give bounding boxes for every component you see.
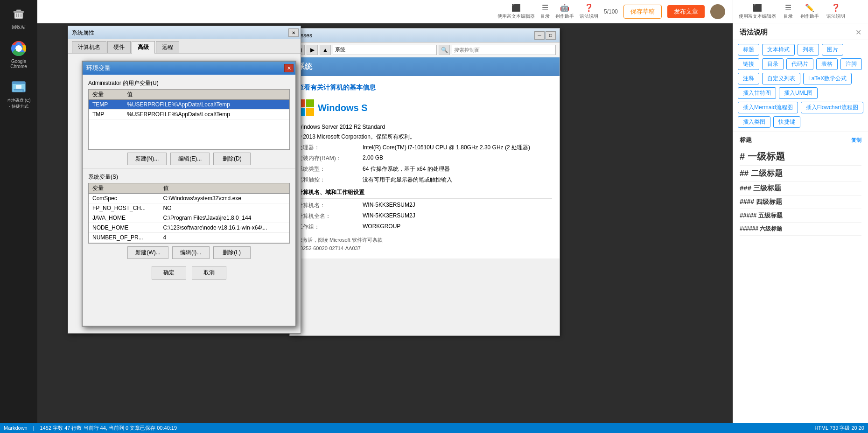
sidebar-item-recycle[interactable]: 回收站 (2, 2, 35, 33)
status-language: Markdown (4, 425, 28, 431)
grammar-tag-15[interactable]: 插入Flowchart流程图 (801, 102, 863, 113)
grammar-tag-12[interactable]: 插入甘特图 (738, 87, 776, 99)
grammar-tag-1[interactable]: 文本样式 (762, 44, 795, 56)
sys-edit-button[interactable]: 编辑(I)... (172, 246, 210, 259)
tab-advanced[interactable]: 高级 (132, 41, 155, 54)
user-var-cell: TMP (89, 110, 123, 119)
grammar-tag-4[interactable]: 链接 (738, 58, 759, 70)
user-avatar[interactable] (710, 4, 725, 19)
full-name-row: 计算机全名： WIN-5KK3ERSUM2J (297, 212, 552, 220)
grammar-tag-7[interactable]: 表格 (816, 58, 838, 70)
system-window: classes ─ □ ◀ ▶ ▲ 🔍 系统 查看有关计算机的基本信息 Wind… (289, 28, 560, 336)
table-row[interactable]: ComSpec C:\Windows\system32\cmd.exe (89, 194, 289, 203)
control-search-input[interactable] (452, 45, 556, 55)
nav-up-button[interactable]: ▲ (320, 45, 331, 55)
grammar-tag-14[interactable]: 插入Mermaid流程图 (738, 102, 798, 113)
ai-toolbar-icon: ✏️ (805, 3, 814, 12)
footer-divider (83, 262, 295, 262)
sidebar-item-drive[interactable]: 本地磁盘 (C) - 快捷方式 (2, 76, 35, 112)
grammar-tag-0[interactable]: 标题 (738, 44, 759, 56)
toolbar-toc[interactable]: ☰ 目录 (784, 3, 793, 20)
tab-hardware[interactable]: 硬件 (107, 41, 131, 53)
workgroup-title: 计算机名、域和工作组设置 (297, 189, 552, 199)
toolbar-item-grammar[interactable]: ❓ 语法说明 (580, 3, 598, 20)
right-panel-close-button[interactable]: ✕ (855, 28, 861, 37)
grammar-tag-8[interactable]: 注脚 (840, 58, 862, 70)
table-row[interactable]: NUMBER_OF_PR... 4 (89, 233, 289, 243)
grammar-tag-17[interactable]: 快捷键 (773, 116, 800, 128)
user-val-cell: %USERPROFILE%\AppData\Local\Temp (123, 100, 289, 110)
user-delete-button[interactable]: 删除(D) (213, 153, 251, 165)
user-new-button[interactable]: 新建(N)... (127, 153, 167, 165)
grammar-tag-10[interactable]: 自定义列表 (762, 73, 800, 84)
heading-item-4[interactable]: ##### 五级标题 (740, 209, 861, 223)
maximize-button[interactable]: □ (546, 31, 556, 40)
grammar-tag-3[interactable]: 图片 (822, 44, 843, 56)
toolbar-ai[interactable]: ✏️ 创作助手 (800, 3, 819, 20)
toolbar-item-toc[interactable]: ☰ 目录 (540, 3, 550, 20)
system-content: 查看有关计算机的基本信息 Windows S Windows Server 20… (290, 76, 560, 258)
sys-var-cell: FP_NO_HOST_CH... (89, 203, 160, 213)
tab-remote[interactable]: 远程 (156, 41, 179, 53)
publish-button[interactable]: 发布文章 (667, 5, 705, 18)
full-name-label: 计算机全名： (297, 212, 363, 220)
grammar-tag-16[interactable]: 插入类图 (738, 116, 770, 128)
workgroup-value: WORKGROUP (363, 223, 400, 231)
grammar-label: 语法说明 (580, 13, 598, 20)
table-row[interactable]: TEMP %USERPROFILE%\AppData\Local\Temp (89, 100, 289, 110)
toolbar-grammar[interactable]: ❓ 语法说明 (826, 3, 845, 20)
user-edit-button[interactable]: 编辑(E)... (170, 153, 210, 165)
minimize-button[interactable]: ─ (534, 31, 545, 40)
sys-new-button[interactable]: 新建(W)... (127, 246, 168, 259)
grammar-tag-11[interactable]: LaTeX数学公式 (803, 73, 852, 84)
table-row[interactable]: TMP %USERPROFILE%\AppData\Local\Temp (89, 110, 289, 119)
headings-section-title: 标题 复制 (740, 136, 861, 144)
grammar-tag-2[interactable]: 列表 (798, 44, 819, 56)
headings-list: # 一级标题## 二级标题### 三级标题#### 四级标题##### 五级标题… (740, 148, 861, 236)
svg-rect-2 (16, 10, 21, 11)
table-row[interactable]: NODE_HOME C:\123\software\node-v18.16.1-… (89, 223, 289, 233)
ai-icon: 🤖 (560, 3, 569, 12)
copy-button[interactable]: 复制 (851, 137, 861, 144)
envvar-close-button[interactable]: ✕ (284, 64, 294, 72)
user-vars-table-container[interactable]: 变量 值 TEMP %USERPROFILE%\AppData\Local\Te… (88, 89, 290, 150)
grammar-tag-5[interactable]: 目录 (762, 58, 784, 70)
search-button[interactable]: 🔍 (439, 45, 450, 55)
toolbar-item-rich-editor[interactable]: ⬛ 使用富文本编辑器 (497, 3, 535, 20)
envvar-cancel-button[interactable]: 取消 (192, 266, 226, 279)
table-row[interactable]: JAVA_HOME C:\Program Files\Java\jre1.8.0… (89, 213, 289, 223)
system-window-titlebar: classes ─ □ (290, 28, 560, 42)
grammar-tag-9[interactable]: 注释 (738, 73, 759, 84)
envvar-ok-button[interactable]: 确定 (152, 266, 186, 279)
heading-item-0[interactable]: # 一级标题 (740, 148, 861, 166)
heading-item-2[interactable]: ### 三级标题 (740, 182, 861, 196)
heading-item-1[interactable]: ## 二级标题 (740, 166, 861, 182)
activation-row: 未激活，阅读 Microsoft 软件许可条款 (297, 237, 552, 244)
heading-item-5[interactable]: ###### 六级标题 (740, 223, 861, 236)
toolbar-item-ai[interactable]: 🤖 创作助手 (555, 3, 574, 20)
table-row[interactable]: FP_NO_HOST_CH... NO (89, 203, 289, 213)
basic-info-title: 查看有关计算机的基本信息 (297, 84, 552, 92)
grammar-tag-13[interactable]: 插入UML图 (779, 87, 818, 99)
chrome-icon (10, 40, 28, 57)
system-search-input[interactable] (333, 45, 437, 55)
save-draft-button[interactable]: 保存草稿 (623, 5, 662, 19)
toolbar-rich-editor[interactable]: ⬛ 使用富文本编辑器 (739, 3, 776, 20)
nav-forward-button[interactable]: ▶ (307, 45, 318, 55)
sys-vars-table-container[interactable]: 变量 值 ComSpec C:\Windows\system32\cmd.exe… (88, 183, 290, 244)
grammar-tag-6[interactable]: 代码片 (786, 58, 813, 70)
cpu-value: Intel(R) Core(TM) i7-10510U CPU @ 1.80GH… (363, 144, 530, 152)
computer-name-label: 计算机名： (297, 202, 363, 210)
toc-icon: ☰ (542, 3, 548, 12)
sysprop-close-button[interactable]: ✕ (288, 28, 299, 37)
toc-toolbar-label: 目录 (784, 13, 793, 20)
heading-item-3[interactable]: #### 四级标题 (740, 196, 861, 209)
sysprop-titlebar: 系统属性 ✕ (68, 26, 301, 39)
activation-text: 未激活，阅读 Microsoft 软件许可条款 (297, 237, 383, 243)
sys-delete-button[interactable]: 删除(L) (213, 246, 251, 259)
chrome-label: Google Chrome (5, 59, 33, 69)
sidebar-item-chrome[interactable]: Google Chrome (2, 37, 35, 71)
drive-label: 本地磁盘 (C) - 快捷方式 (7, 98, 31, 110)
tab-computer-name[interactable]: 计算机名 (72, 41, 106, 53)
os-bits-value: 64 位操作系统，基于 x64 的处理器 (363, 165, 450, 173)
